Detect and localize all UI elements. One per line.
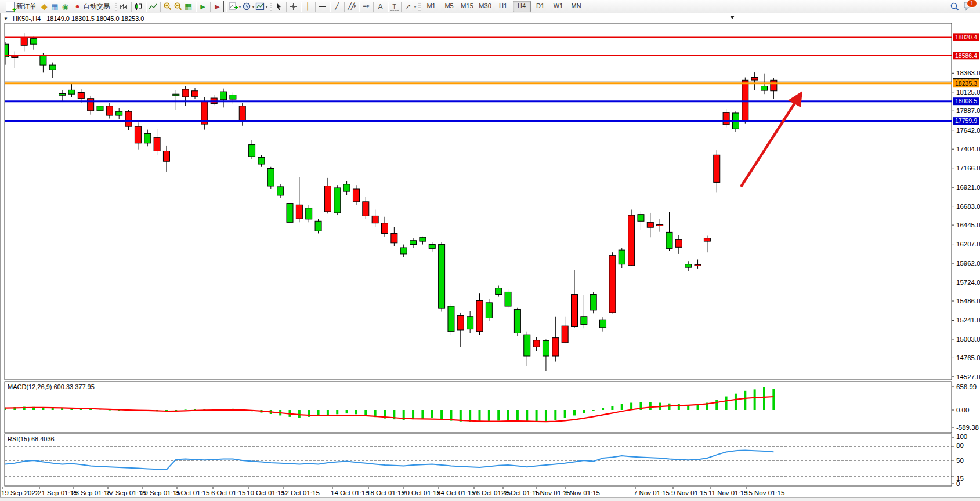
timeframe-mn[interactable]: MN (568, 1, 585, 11)
templates-icon[interactable] (255, 1, 265, 12)
svg-text:16683.0: 16683.0 (956, 203, 980, 210)
timeframe-m1[interactable]: M1 (423, 1, 440, 11)
arrows-caret[interactable]: ▾ (414, 4, 417, 9)
periods-icon[interactable] (241, 1, 252, 12)
autotrading-button[interactable]: ⏺ 自动交易 (71, 1, 113, 12)
channel-icon[interactable]: ╱╱E (346, 1, 357, 12)
indicators-icon[interactable] (228, 1, 238, 12)
svg-text:17166.0: 17166.0 (956, 165, 980, 172)
deposit-icon[interactable]: ◆ (39, 1, 50, 12)
svg-text:15486.0: 15486.0 (956, 297, 980, 304)
chart-title-bar: ▼ HK50-,H4 18149.0 18301.5 18045.0 18253… (3, 14, 144, 23)
svg-text:18125.0: 18125.0 (956, 89, 980, 96)
crosshair-icon[interactable] (288, 1, 299, 12)
svg-text:11 Nov 01:15: 11 Nov 01:15 (708, 489, 748, 496)
horizontal-line-icon[interactable]: — (317, 1, 328, 12)
svg-text:15724.0: 15724.0 (956, 279, 980, 286)
separator (131, 2, 132, 12)
svg-text:100: 100 (956, 433, 967, 440)
chart-canvas[interactable]: 18363.018125.017887.017642.017404.017166… (0, 0, 980, 501)
top-toolbar: 新订单 ◆ ▦ ◉ ⏺ 自动交易 ▦ ▶ ▶ ▾ ▾ ▾ (0, 0, 980, 13)
ohlc-values: 18149.0 18301.5 18045.0 18253.0 (46, 15, 144, 22)
new-order-button[interactable]: 新订单 (3, 1, 39, 12)
separator (160, 2, 161, 12)
svg-text:17887.0: 17887.0 (956, 107, 980, 114)
new-order-label: 新订单 (16, 2, 37, 11)
separator (401, 2, 402, 12)
timeframe-m5[interactable]: M5 (441, 1, 458, 11)
svg-text:18 Oct 01:15: 18 Oct 01:15 (367, 489, 405, 496)
svg-text:18363.0: 18363.0 (956, 70, 980, 77)
svg-text:-589.38: -589.38 (956, 424, 979, 431)
svg-text:6 Oct 01:15: 6 Oct 01:15 (211, 489, 245, 496)
macd-indicator-label: MACD(12,26,9) 600.33 377.95 (8, 383, 95, 390)
vertical-line-icon[interactable]: │ (303, 1, 313, 12)
zoom-out-icon[interactable] (173, 1, 183, 12)
chat-button[interactable]: 1 (963, 1, 975, 12)
svg-text:3 Nov 01:15: 3 Nov 01:15 (564, 489, 600, 496)
svg-text:16445.0: 16445.0 (956, 222, 980, 228)
collapse-icon[interactable]: ▼ (3, 16, 8, 21)
toolbar-grip (115, 2, 117, 11)
svg-text:15003.0: 15003.0 (956, 336, 980, 343)
autotrading-icon: ⏺ (74, 1, 82, 12)
svg-text:18235.3: 18235.3 (955, 80, 977, 87)
svg-text:7 Nov 01:15: 7 Nov 01:15 (634, 489, 670, 496)
auto-scroll-icon[interactable]: ▶ (198, 1, 208, 12)
symbol-period-label: HK50-,H4 (13, 15, 41, 22)
timeframe-w1[interactable]: W1 (550, 1, 567, 11)
svg-text:9 Nov 01:15: 9 Nov 01:15 (671, 489, 707, 496)
label-icon[interactable]: T (390, 2, 399, 11)
timeframe-toolbar: M1M5M15M30H1H4D1W1MN (422, 1, 585, 12)
autotrading-label: 自动交易 (84, 2, 110, 11)
timeframe-h1[interactable]: H1 (495, 1, 512, 11)
trendline-icon[interactable]: ╱ (332, 1, 342, 12)
svg-text:20 Oct 01:15: 20 Oct 01:15 (402, 489, 440, 496)
templates-caret[interactable]: ▾ (266, 4, 268, 9)
tile-windows-icon[interactable]: ▦ (183, 1, 194, 12)
svg-text:80: 80 (956, 442, 964, 449)
text-icon[interactable]: A (375, 1, 386, 12)
svg-text:16207.0: 16207.0 (956, 241, 980, 248)
svg-text:14527.0: 14527.0 (956, 373, 980, 380)
bar-chart-icon[interactable] (119, 1, 129, 12)
svg-text:15 Nov 01:15: 15 Nov 01:15 (745, 489, 784, 496)
arrows-icon[interactable]: ↗ (403, 1, 414, 12)
line-chart-icon[interactable] (148, 1, 158, 12)
svg-text:14 Oct 01:15: 14 Oct 01:15 (331, 489, 369, 496)
timeframe-m15[interactable]: M15 (459, 1, 476, 11)
svg-text:15962.0: 15962.0 (956, 260, 980, 267)
svg-text:16921.0: 16921.0 (956, 184, 980, 191)
cursor-icon[interactable] (274, 1, 284, 12)
svg-text:17759.9: 17759.9 (955, 117, 977, 124)
search-icon[interactable] (949, 1, 960, 12)
separator (388, 2, 388, 12)
separator (226, 2, 226, 12)
separator (330, 2, 330, 12)
market-watch-icon[interactable]: ▦ (50, 1, 60, 12)
zoom-in-icon[interactable] (162, 1, 173, 12)
separator (359, 2, 359, 12)
svg-text:12 Oct 01:15: 12 Oct 01:15 (281, 489, 320, 496)
new-order-icon (6, 2, 15, 12)
svg-text:18820.4: 18820.4 (955, 34, 977, 41)
svg-text:3 Oct 01:15: 3 Oct 01:15 (175, 489, 209, 496)
separator (344, 2, 345, 12)
svg-text:24 Oct 01:15: 24 Oct 01:15 (437, 489, 475, 496)
svg-text:23 Sep 01:15: 23 Sep 01:15 (71, 489, 111, 496)
timeframe-d1[interactable]: D1 (532, 1, 549, 11)
svg-text:28 Oct 01:15: 28 Oct 01:15 (501, 489, 540, 496)
svg-text:10 Oct 01:15: 10 Oct 01:15 (247, 489, 285, 496)
toolbar-grip (270, 2, 272, 11)
chat-unread-badge: 1 (967, 0, 977, 8)
separator (146, 2, 146, 12)
svg-text:15241.0: 15241.0 (956, 317, 980, 324)
chart-shift-icon[interactable]: ▶ (212, 1, 224, 12)
svg-text:0.00: 0.00 (956, 406, 969, 413)
candlestick-icon[interactable] (133, 1, 144, 12)
fibonacci-icon[interactable]: ≡F (361, 1, 371, 12)
signals-icon[interactable]: ◉ (60, 1, 71, 12)
timeframe-h4[interactable]: H4 (513, 1, 531, 12)
timeframe-m30[interactable]: M30 (477, 1, 494, 11)
separator (373, 2, 374, 12)
